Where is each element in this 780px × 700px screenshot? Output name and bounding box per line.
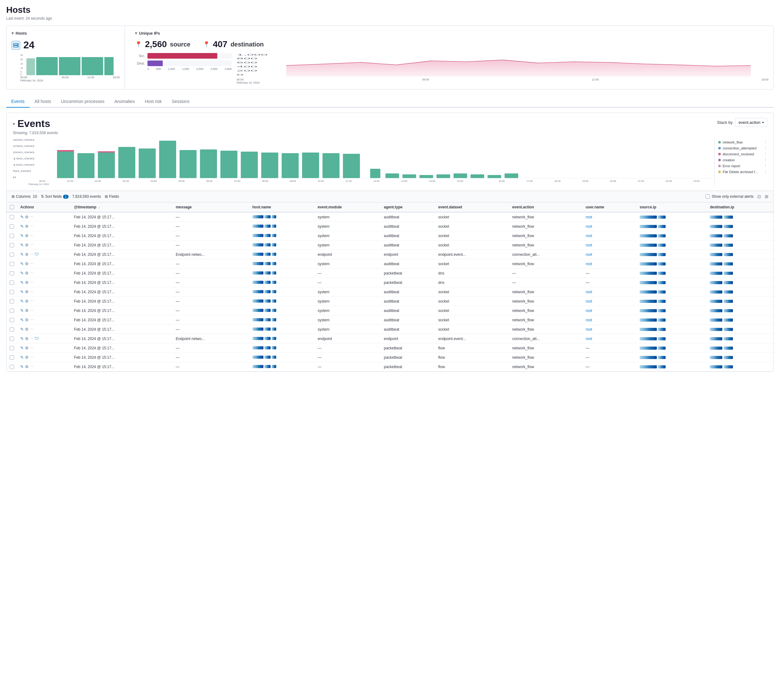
expand-icon[interactable]: ✎ [20, 364, 24, 369]
more-icon[interactable]: ⋯ [30, 337, 33, 341]
row-checkbox[interactable] [10, 215, 14, 219]
expand-icon[interactable]: ✎ [20, 336, 24, 341]
more-icon[interactable]: ⋯ [30, 262, 33, 266]
investigate-icon[interactable]: ⚙ [25, 271, 29, 275]
expand-icon[interactable]: ✎ [20, 233, 24, 238]
more-icon[interactable]: ⋯ [30, 224, 33, 228]
expand-icon[interactable]: ✎ [20, 346, 24, 350]
investigate-icon[interactable]: ⚙ [25, 233, 29, 238]
investigate-icon[interactable]: ⚙ [25, 346, 29, 350]
events-collapse-icon[interactable]: ▾ [13, 121, 15, 126]
th-timestamp[interactable]: @timestamp ↓ [71, 202, 172, 212]
investigate-icon[interactable]: ⚙ [25, 224, 29, 229]
row-checkbox[interactable] [10, 224, 14, 229]
more-icon[interactable]: ⋯ [30, 215, 33, 219]
tab-uncommon-processes[interactable]: Uncommon processes [56, 96, 110, 108]
investigate-icon[interactable]: ⚙ [25, 308, 29, 313]
ip-blur [658, 234, 665, 237]
sort-fields-control[interactable]: ⇅ Sort fields 1 [41, 194, 68, 199]
investigate-icon[interactable]: ⚙ [25, 327, 29, 332]
row-checkbox[interactable] [10, 346, 14, 350]
expand-icon[interactable]: ✎ [20, 318, 24, 322]
th-actions: Actions [17, 202, 71, 212]
select-all-checkbox[interactable] [10, 205, 14, 209]
investigate-icon[interactable]: ⚙ [25, 290, 29, 294]
expand-icon[interactable]: ✎ [20, 280, 24, 285]
more-icon[interactable]: ⋯ [30, 365, 33, 369]
chevron-down-icon-2[interactable]: ▾ [135, 31, 137, 35]
row-checkbox[interactable] [10, 337, 14, 341]
more-icon[interactable]: ⋯ [30, 271, 33, 275]
table-icon-1[interactable]: ⊡ [757, 194, 761, 199]
row-checkbox[interactable] [10, 355, 14, 360]
investigate-icon[interactable]: ⚙ [25, 280, 29, 285]
expand-icon[interactable]: ✎ [20, 224, 24, 229]
legend-menu-icon-4[interactable]: ⋮ [764, 164, 767, 168]
row-checkbox[interactable] [10, 271, 14, 275]
show-external-checkbox[interactable] [705, 194, 710, 199]
fields-control[interactable]: ⊞ Fields [105, 194, 119, 199]
expand-icon[interactable]: ✎ [20, 262, 24, 266]
row-checkbox[interactable] [10, 299, 14, 303]
investigate-icon[interactable]: ⚙ [25, 243, 29, 247]
stack-by-select[interactable]: event.action ▾ [735, 118, 767, 127]
investigate-icon[interactable]: ⚙ [25, 252, 29, 257]
expand-icon[interactable]: ✎ [20, 252, 24, 257]
row-checkbox[interactable] [10, 243, 14, 247]
more-icon[interactable]: ⋯ [30, 290, 33, 294]
investigate-icon[interactable]: ⚙ [25, 215, 29, 219]
investigate-icon[interactable]: ⚙ [25, 336, 29, 341]
chevron-down-icon[interactable]: ▾ [12, 31, 14, 35]
expand-icon[interactable]: ✎ [20, 290, 24, 294]
tab-host-risk[interactable]: Host risk [140, 96, 166, 108]
investigate-icon[interactable]: ⚙ [25, 364, 29, 369]
tab-all-hosts[interactable]: All hosts [30, 96, 56, 108]
tab-events[interactable]: Events [6, 96, 30, 108]
expand-icon[interactable]: ✎ [20, 308, 24, 313]
expand-icon[interactable]: ✎ [20, 215, 24, 219]
row-checkbox[interactable] [10, 327, 14, 332]
row-checkbox[interactable] [10, 308, 14, 313]
investigate-icon[interactable]: ⚙ [25, 299, 29, 303]
expand-icon[interactable]: ✎ [20, 299, 24, 303]
svg-rect-45 [363, 138, 365, 181]
row-checkbox[interactable] [10, 252, 14, 257]
columns-control[interactable]: ⊞ Columns 10 [12, 194, 37, 199]
more-icon[interactable]: ⋯ [30, 355, 33, 359]
row-checkbox[interactable] [10, 290, 14, 294]
legend-menu-icon-3[interactable]: ⋮ [764, 158, 767, 162]
ip-blur [710, 337, 722, 340]
row-checkbox[interactable] [10, 262, 14, 266]
ip-blur [271, 365, 276, 368]
legend-menu-icon-0[interactable]: ⋮ [764, 140, 767, 144]
expand-icon[interactable]: ✎ [20, 271, 24, 275]
more-icon[interactable]: ⋯ [30, 327, 33, 331]
more-icon[interactable]: ⋯ [30, 346, 33, 350]
table-icon-2[interactable]: ⊞ [765, 194, 768, 199]
more-icon[interactable]: ⋯ [30, 252, 33, 257]
more-icon[interactable]: ⋯ [30, 318, 33, 322]
expand-icon[interactable]: ✎ [20, 327, 24, 332]
expand-icon[interactable]: ✎ [20, 243, 24, 247]
more-icon[interactable]: ⋯ [30, 233, 33, 238]
tab-sessions[interactable]: Sessions [167, 96, 195, 108]
legend-menu-icon-2[interactable]: ⋮ [764, 152, 767, 156]
more-icon[interactable]: ⋯ [30, 299, 33, 303]
sort-fields-label: Sort fields [45, 194, 62, 199]
more-icon[interactable]: ⋯ [30, 243, 33, 247]
investigate-icon[interactable]: ⚙ [25, 318, 29, 322]
legend-menu-icon-1[interactable]: ⋮ [764, 146, 767, 150]
row-checkbox[interactable] [10, 365, 14, 369]
row-checkbox[interactable] [10, 318, 14, 322]
investigate-icon[interactable]: ⚙ [25, 262, 29, 266]
more-icon[interactable]: ⋯ [30, 308, 33, 313]
row-checkbox[interactable] [10, 280, 14, 285]
tab-anomalies[interactable]: Anomalies [110, 96, 140, 108]
ip-blur [253, 309, 263, 312]
more-icon[interactable]: ⋯ [30, 280, 33, 285]
legend-menu-icon-5[interactable]: ⋮ [764, 170, 767, 174]
row-checkbox[interactable] [10, 233, 14, 238]
event-module-cell: system [314, 231, 381, 240]
investigate-icon[interactable]: ⚙ [25, 355, 29, 360]
expand-icon[interactable]: ✎ [20, 355, 24, 360]
